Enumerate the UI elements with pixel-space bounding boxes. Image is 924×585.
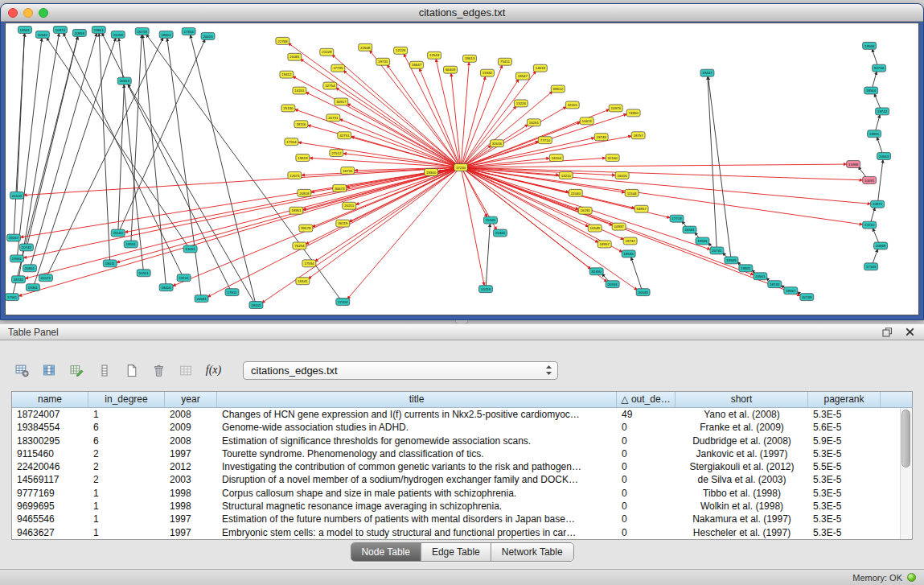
graph-node[interactable]: 20741 (710, 247, 724, 254)
graph-node[interactable]: 10118 (478, 286, 492, 293)
graph-node[interactable]: 17811 (225, 289, 239, 296)
graph-node[interactable]: 18745 (768, 281, 782, 288)
graph-node[interactable]: 20916 (606, 281, 619, 288)
graph-node[interactable]: 19567 (784, 287, 798, 295)
graph-node[interactable]: 16104 (549, 154, 563, 162)
graph-node[interactable]: 75411 (498, 58, 511, 65)
graph-node[interactable]: 10973 (609, 105, 622, 112)
graph-node[interactable]: 77714 (538, 137, 552, 144)
graph-node[interactable]: 17554 (285, 138, 298, 146)
graph-node[interactable]: 25160 (111, 229, 125, 237)
close-window-button[interactable] (8, 8, 18, 18)
table-row[interactable]: 1830029562008Estimation of significance … (12, 435, 900, 447)
edit-columns-button[interactable] (66, 360, 88, 381)
tab-network-table[interactable]: Network Table (491, 543, 573, 561)
graph-node[interactable]: 18732 (623, 237, 637, 245)
graph-node[interactable]: 32016 (490, 140, 503, 147)
graph-node[interactable]: 18561 (18, 26, 31, 33)
zoom-window-button[interactable] (39, 8, 48, 18)
graph-node[interactable]: 16549 (588, 225, 602, 232)
graph-node[interactable]: 20958 (72, 29, 86, 36)
graph-node[interactable]: 13210 (559, 171, 573, 179)
table-row[interactable]: 946554611997Estimation of the future num… (12, 513, 900, 525)
graph-node[interactable]: 30673 (333, 184, 347, 192)
table-row[interactable]: 946362711997Embryonic stem cells: a mode… (12, 526, 900, 539)
graph-node[interactable]: 19841 (739, 265, 753, 272)
graph-node[interactable]: 17561 (6, 294, 18, 301)
graph-node[interactable]: 42751 (338, 132, 351, 139)
graph-node[interactable]: 20542 (35, 31, 49, 38)
graph-node[interactable]: 20568 (874, 242, 888, 249)
graph-node[interactable]: 27512 (330, 150, 343, 157)
graph-node[interactable]: 18569 (725, 257, 738, 264)
graph-node[interactable]: 19412 (280, 71, 294, 78)
graph-node[interactable]: 11544 (625, 189, 639, 196)
graph-node[interactable]: 20918 (298, 189, 311, 196)
graph-node[interactable]: 92734 (873, 64, 886, 72)
graph-node[interactable]: 21228 (320, 48, 334, 56)
graph-node[interactable]: 69612 (551, 85, 565, 93)
graph-node[interactable]: 12754 (323, 82, 337, 89)
table-row[interactable]: 911546021997Tourette syndrome. Phenomeno… (12, 447, 900, 460)
new-column-button[interactable] (121, 360, 142, 381)
graph-node[interactable]: 17210 (863, 221, 877, 229)
graph-node[interactable]: 19741 (177, 274, 191, 282)
graph-node[interactable]: 18991 (868, 130, 881, 138)
graph-node[interactable]: 66409 (444, 66, 458, 73)
graph-node[interactable]: 16937 (612, 223, 626, 230)
graph-node[interactable]: 18564 (864, 87, 878, 94)
graph-node[interactable]: 12673 (288, 171, 302, 179)
graph-node[interactable]: 20081 (288, 53, 302, 60)
delete-column-button[interactable] (148, 360, 170, 381)
graph-node[interactable]: 21051 (183, 245, 197, 253)
graph-node[interactable]: 17719 (670, 215, 684, 222)
table-row[interactable]: 1938455462009Genome-wide association stu… (12, 421, 900, 434)
column-header-title[interactable]: title (217, 392, 617, 407)
graph-node[interactable]: 18612 (159, 31, 173, 38)
minimize-window-button[interactable] (23, 8, 33, 18)
graph-node[interactable]: 18957 (598, 241, 611, 248)
graph-node[interactable]: 16341 (296, 278, 310, 285)
close-panel-button[interactable] (901, 325, 918, 339)
graph-node[interactable]: 19565 (696, 237, 709, 245)
column-header-out_degree[interactable]: △ out_de… (617, 392, 676, 407)
graph-node[interactable]: 14201 (293, 87, 306, 94)
graph-node[interactable]: 12543 (428, 51, 441, 59)
graph-node[interactable]: 19861 (92, 26, 105, 33)
graph-node[interactable]: 19551 (124, 241, 138, 248)
graph-node[interactable]: 17735 (331, 64, 345, 72)
graph-node[interactable]: 10974 (53, 26, 67, 33)
graph-node[interactable]: 18741 (11, 276, 25, 283)
graph-node[interactable]: 99178 (299, 225, 313, 232)
graph-node[interactable]: 12226 (394, 47, 408, 54)
graph-node[interactable]: 18547 (515, 72, 529, 80)
table-settings-button[interactable] (11, 360, 33, 381)
graph-node[interactable]: 19267 (6, 234, 20, 241)
table-row[interactable]: 969969511998Structural magnetic resonanc… (12, 500, 900, 513)
graph-node[interactable]: 17103 (864, 263, 878, 270)
column-header-in_degree[interactable]: in_degree (88, 392, 165, 407)
column-header-year[interactable]: year (165, 392, 217, 407)
graph-node[interactable]: 21058 (111, 31, 125, 38)
graph-node[interactable]: 18300 (425, 169, 438, 176)
graph-node[interactable]: 20563 (877, 153, 891, 160)
graph-node[interactable]: 18416 (159, 284, 173, 291)
graph-node[interactable]: 30917 (335, 98, 348, 105)
graph-node[interactable]: 76254 (293, 242, 306, 249)
show-columns-button[interactable] (39, 360, 60, 381)
graph-node[interactable]: 19743 (594, 134, 608, 141)
graph-node[interactable]: 22608 (359, 43, 372, 51)
graph-node[interactable]: 16581 (683, 226, 696, 233)
graph-svg[interactable]: 1724022768200811941214201251301811617554… (6, 23, 918, 315)
graph-node[interactable]: 74850 (626, 109, 640, 117)
graph-node[interactable]: 15998 (847, 161, 860, 168)
graph-node[interactable]: 14618 (533, 64, 547, 72)
graph-node[interactable]: 20561 (754, 273, 767, 280)
graph-node[interactable]: 18535 (622, 250, 635, 257)
graph-node[interactable]: 18011 (103, 260, 117, 267)
graph-node[interactable]: 19101 (249, 302, 263, 309)
function-builder-button[interactable]: f(x) (203, 360, 224, 381)
graph-node[interactable]: 17594 (302, 260, 316, 267)
import-table-button[interactable] (175, 360, 197, 381)
graph-node[interactable]: 16261 (527, 119, 540, 126)
